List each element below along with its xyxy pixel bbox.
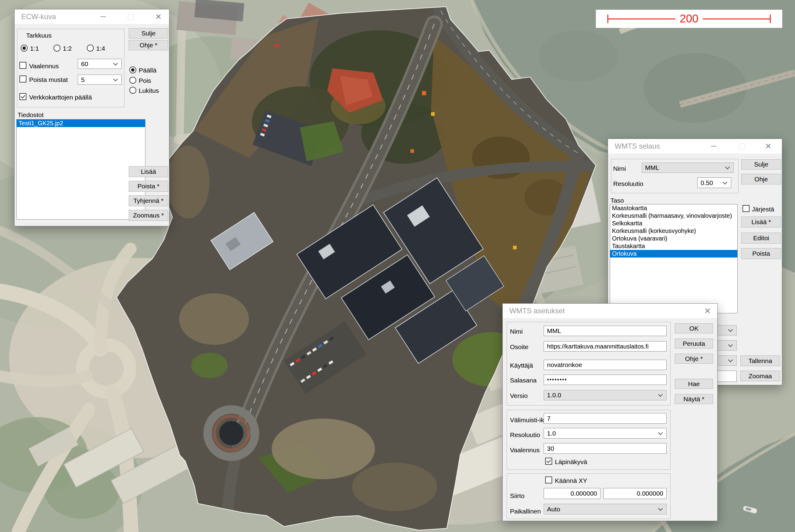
- radio-lukitus[interactable]: [129, 87, 136, 94]
- ecw-titlebar[interactable]: ECW-kuva ✕: [15, 10, 169, 24]
- maximize-icon[interactable]: [122, 10, 140, 24]
- chevron-down-icon: [728, 358, 733, 362]
- zoomaa-button[interactable]: Zoomaa: [740, 370, 780, 381]
- asetukset-titlebar[interactable]: WMTS asetukset ✕: [503, 304, 717, 318]
- taso-listbox[interactable]: MaastokarttaKorkeusmalli (harmaasavy, vi…: [610, 204, 738, 313]
- kayttaja-input[interactable]: novatronkoe: [544, 360, 667, 370]
- valimuisti-input[interactable]: 7: [544, 413, 667, 424]
- ohje-button[interactable]: Ohje *: [129, 40, 168, 50]
- wmts-asetukset-dialog: WMTS asetukset ✕ Nimi MML Osoite https:/…: [502, 303, 718, 521]
- nimi-input[interactable]: MML: [544, 326, 667, 336]
- siirto-y-input[interactable]: 0.000000: [604, 488, 667, 499]
- poista-button[interactable]: Poista *: [129, 181, 168, 192]
- poista-button[interactable]: Poista: [741, 248, 781, 259]
- maximize-icon[interactable]: [733, 139, 751, 153]
- close-icon[interactable]: ✕: [759, 139, 777, 153]
- asetukset-title: WMTS asetukset: [510, 307, 565, 315]
- nayta-button[interactable]: Näytä *: [675, 394, 713, 404]
- radio-paalla-label: Päällä: [139, 67, 156, 74]
- close-icon[interactable]: ✕: [699, 304, 717, 318]
- nimi-label: Nimi: [510, 328, 523, 335]
- osoite-label: Osoite: [510, 343, 529, 350]
- poista-mustat-checkbox[interactable]: [19, 76, 26, 82]
- tallenna-button[interactable]: Tallenna: [740, 356, 780, 366]
- scale-bar-label: 200: [676, 13, 703, 25]
- list-item[interactable]: Selkokartta: [610, 220, 737, 227]
- paikallinen-dropdown[interactable]: Auto: [544, 504, 667, 514]
- chevron-down-icon: [658, 506, 663, 511]
- chevron-down-icon: [658, 392, 663, 397]
- scale-bar-right-tick: [770, 15, 771, 23]
- valimuisti-label: Välimuisti-ikä: [510, 416, 548, 424]
- osoite-input[interactable]: https://karttakuva.maanmittauslaitos.fi: [544, 341, 667, 352]
- lisaa-button[interactable]: Lisää: [129, 166, 168, 177]
- list-item[interactable]: Korkeusmalli (harmaasavy, vinovalovarjos…: [610, 212, 737, 220]
- radio-lukitus-label: Lukitus: [139, 87, 159, 94]
- radio-1-4-label: 1:4: [96, 45, 105, 52]
- nimi-dropdown[interactable]: MML: [642, 163, 734, 173]
- zoomaus-button[interactable]: Zoomaus *: [129, 210, 168, 221]
- lapinakyva-label: Läpinäkyvä: [555, 458, 587, 466]
- salasana-input[interactable]: ••••••••: [544, 375, 667, 385]
- chevron-down-icon: [723, 179, 727, 185]
- radio-1-4[interactable]: [87, 44, 94, 52]
- verkkokartat-checkbox[interactable]: [19, 93, 26, 100]
- chevron-down-icon: [113, 76, 118, 81]
- lisaa-button[interactable]: Lisää *: [741, 216, 781, 227]
- paikallinen-label: Paikallinen: [510, 508, 541, 515]
- scale-bar-line: [703, 19, 770, 19]
- kaanna-xy-checkbox[interactable]: [545, 476, 552, 483]
- poista-mustat-label: Poista mustat: [29, 76, 68, 83]
- app-canvas: 200 ECW-kuva ✕ Tarkkuus 1:1 1:2 1:4 Vaal…: [0, 0, 795, 532]
- resoluutio-dropdown[interactable]: 0.50: [697, 177, 731, 188]
- jarjesta-checkbox[interactable]: [742, 205, 750, 212]
- nimi-label: Nimi: [613, 165, 626, 172]
- sulje-button[interactable]: Sulje: [741, 159, 781, 170]
- sulje-button[interactable]: Sulje: [129, 28, 168, 39]
- radio-paalla[interactable]: [129, 66, 136, 73]
- resoluutio-dropdown[interactable]: 1.0: [544, 428, 667, 439]
- tyhjenna-button[interactable]: Tyhjennä *: [129, 195, 168, 206]
- siirto-x-input[interactable]: 0.000000: [544, 488, 600, 499]
- radio-1-2[interactable]: [53, 44, 60, 52]
- lapinakyva-checkbox[interactable]: [545, 458, 552, 465]
- list-item[interactable]: Ortokuva: [610, 250, 737, 258]
- taso-label: Taso: [610, 197, 624, 204]
- vaalennus-label: Vaalennus: [29, 62, 59, 70]
- ohje-button[interactable]: Ohje *: [675, 354, 713, 364]
- vaalennus-input[interactable]: 30: [544, 443, 667, 454]
- editoi-button[interactable]: Editoi: [741, 233, 781, 244]
- vaalennus-label: Vaalennus: [510, 446, 540, 454]
- chevron-down-icon: [725, 165, 730, 170]
- tiedostot-listbox[interactable]: Testi1_GK25.jp2: [16, 119, 145, 220]
- poista-mustat-dropdown[interactable]: 5: [78, 75, 122, 84]
- ok-button[interactable]: OK: [675, 323, 713, 333]
- peruuta-button[interactable]: Peruuta: [675, 339, 713, 348]
- list-item[interactable]: Taustakartta: [610, 242, 737, 250]
- selaus-titlebar[interactable]: WMTS selaus ✕: [608, 139, 782, 153]
- scale-bar: 200: [596, 10, 782, 28]
- ecw-title: ECW-kuva: [21, 13, 56, 21]
- list-item[interactable]: Korkeusmalli (korkeusvyohyke): [610, 227, 737, 235]
- minimize-icon[interactable]: [705, 139, 723, 153]
- radio-pois[interactable]: [129, 77, 136, 84]
- vaalennus-dropdown[interactable]: 60: [78, 59, 122, 69]
- kaanna-xy-label: Käännä XY: [555, 477, 587, 484]
- radio-1-1-label: 1:1: [30, 45, 39, 52]
- ecw-kuva-dialog: ECW-kuva ✕ Tarkkuus 1:1 1:2 1:4 Vaalennu…: [14, 9, 169, 226]
- hae-button[interactable]: Hae: [675, 379, 713, 389]
- radio-pois-label: Pois: [139, 77, 151, 84]
- ohje-button[interactable]: Ohje: [741, 174, 781, 185]
- resoluutio-label: Resoluutio: [510, 431, 540, 439]
- versio-label: Versio: [510, 392, 528, 399]
- list-item[interactable]: Testi1_GK25.jp2: [17, 119, 145, 127]
- kayttaja-label: Käyttäjä: [510, 362, 533, 369]
- radio-1-2-label: 1:2: [63, 45, 72, 52]
- close-icon[interactable]: ✕: [149, 10, 168, 24]
- list-item[interactable]: Maastokartta: [610, 205, 737, 212]
- versio-dropdown[interactable]: 1.0.0: [544, 390, 667, 400]
- list-item[interactable]: Ortokuva (vaaravari): [610, 235, 737, 242]
- radio-1-1[interactable]: [21, 44, 27, 52]
- vaalennus-checkbox[interactable]: [19, 62, 26, 69]
- minimize-icon[interactable]: [94, 10, 112, 24]
